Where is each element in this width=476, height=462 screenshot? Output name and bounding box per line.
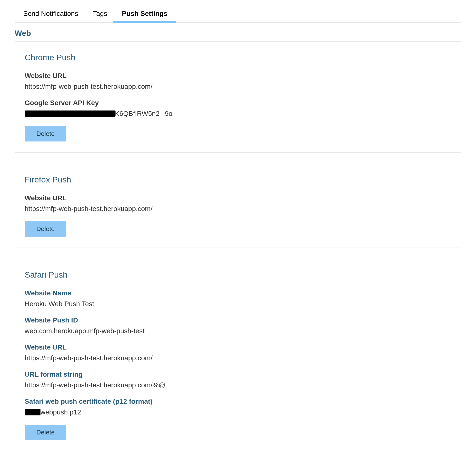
chrome-website-url-value: https://mfp-web-push-test.herokuapp.com/ [25,83,451,90]
chrome-push-card: Chrome Push Website URL https://mfp-web-… [15,41,461,153]
safari-push-title: Safari Push [25,270,451,280]
firefox-push-card: Firefox Push Website URL https://mfp-web… [15,164,461,248]
chrome-push-title: Chrome Push [25,53,451,62]
chrome-website-url-label: Website URL [25,72,451,80]
safari-url-format-label: URL format string [25,371,451,378]
safari-cert-label: Safari web push certificate (p12 format) [25,398,451,405]
tab-send-notifications[interactable]: Send Notifications [23,10,78,22]
firefox-push-title: Firefox Push [25,175,451,184]
tab-push-settings[interactable]: Push Settings [122,10,168,22]
chrome-api-key-suffix: K6QBfIRW5n2_j9o [115,110,172,118]
safari-cert-suffix: webpush.p12 [40,408,81,416]
redacted-block [25,110,115,117]
safari-cert-value: webpush.p12 [25,408,451,416]
safari-delete553-button[interactable]: Delete [25,425,66,440]
safari-website-name-value: Heroku Web Push Test [25,300,451,308]
safari-url-format-value: https://mfp-web-push-test.herokuapp.com/… [25,381,451,389]
firefox-delete-button[interactable]: Delete [25,221,66,237]
safari-website-name-label: Website Name [25,289,451,297]
chrome-api-key-label: Google Server API Key [25,99,451,107]
safari-website-url-label: Website URL [25,343,451,351]
tabs-bar: Send Notifications Tags Push Settings [15,10,461,23]
safari-website-url-value: https://mfp-web-push-test.herokuapp.com/ [25,354,451,362]
firefox-website-url-label: Website URL [25,194,451,202]
chrome-delete-button[interactable]: Delete [25,126,66,141]
chrome-api-key-value: K6QBfIRW5n2_j9o [25,110,451,118]
safari-website-push-id-label: Website Push ID [25,316,451,324]
section-web-header: Web [15,29,461,38]
tab-tags[interactable]: Tags [93,10,107,22]
safari-website-push-id-value: web.com.herokuapp.mfp-web-push-test [25,327,451,335]
safari-push-card: Safari Push Website Name Heroku Web Push… [15,259,461,451]
redacted-block [25,409,40,415]
firefox-website-url-value: https://mfp-web-push-test.herokuapp.com/ [25,205,451,213]
